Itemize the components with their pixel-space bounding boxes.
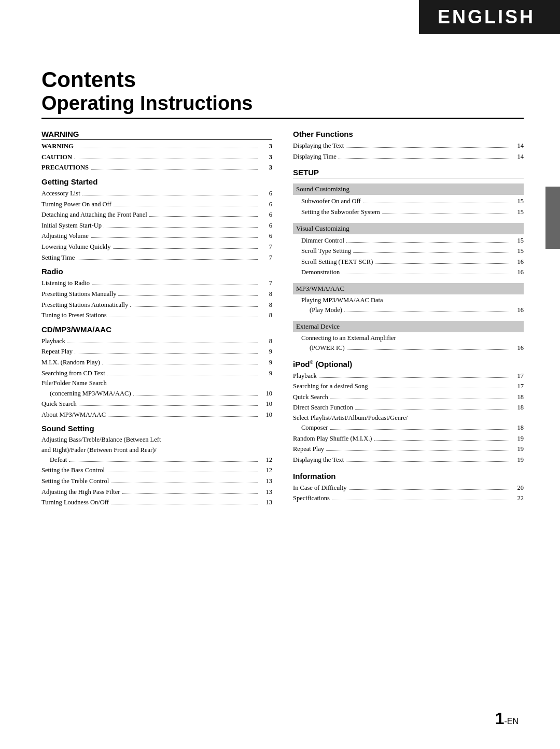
- information-header: Information: [293, 472, 524, 481]
- english-banner: ENGLISH: [419, 0, 560, 34]
- contents-title: Contents: [41, 67, 524, 92]
- toc-row: Tuning to Preset Stations 8: [41, 310, 272, 321]
- sound-customizing-header: Sound Customizing: [293, 183, 524, 195]
- getting-started-header: Getting Started: [41, 177, 272, 186]
- toc-row: Demonstration 16: [301, 267, 524, 278]
- toc-row: About MP3/WMA/AAC 10: [41, 409, 272, 420]
- toc-row: WARNING 3: [41, 141, 272, 152]
- cd-items: Playback 8 Repeat Play 9 M.I.X. (Random …: [41, 336, 272, 420]
- ipod-items: Playback 17 Searching for a desired Song…: [293, 371, 524, 465]
- toc-row: Random Play Shuffle (M.I.X.) 19: [293, 433, 524, 444]
- toc-row: Detaching and Attaching the Front Panel …: [41, 209, 272, 220]
- toc-row-multiline: Adjusting Bass/Treble/Balance (Between L…: [41, 435, 272, 465]
- toc-row: Accessory List 6: [41, 188, 272, 199]
- toc-row: Specifications 22: [293, 493, 524, 504]
- toc-row-multiline: Playing MP3/WMA/AAC Data (Play Mode) 16: [301, 295, 524, 316]
- mp3-header: MP3/WMA/AAC: [293, 283, 524, 294]
- toc-row: Turning Power On and Off 6: [41, 199, 272, 210]
- toc-row: Scroll Setting (TEXT SCR) 16: [301, 257, 524, 267]
- toc-row: Setting the Bass Control 12: [41, 465, 272, 476]
- external-device-items: Connecting to an External Amplifier (POW…: [293, 333, 524, 354]
- other-functions-items: Displaying the Text 14 Displaying Time 1…: [293, 140, 524, 162]
- toc-row: Repeat Play 9: [41, 346, 272, 357]
- setup-header: SETUP: [293, 168, 524, 178]
- toc-row: Setting Time 7: [41, 252, 272, 263]
- radio-items: Listening to Radio 7 Presetting Stations…: [41, 278, 272, 321]
- visual-customizing-items: Dimmer Control 15 Scroll Type Setting 15…: [293, 235, 524, 278]
- toc-row: Displaying the Text 19: [293, 455, 524, 465]
- toc-row: Turning Loudness On/Off 13: [41, 497, 272, 508]
- warning-items: WARNING 3 CAUTION 3 PRECAUTIONS 3: [41, 141, 272, 173]
- visual-customizing-header: Visual Customizing: [293, 223, 524, 234]
- information-items: In Case of Difficulty 20 Specifications …: [293, 483, 524, 504]
- toc-row: PRECAUTIONS 3: [41, 162, 272, 173]
- warning-header: WARNING: [41, 130, 272, 140]
- toc-row: Searching from CD Text 9: [41, 368, 272, 379]
- toc-row: Playback 17: [293, 371, 524, 381]
- toc-row: Setting the Subwoofer System 15: [301, 207, 524, 218]
- toc-row: Presetting Stations Automatically 8: [41, 300, 272, 310]
- toc-row: Adjusting Volume 6: [41, 231, 272, 242]
- toc-row: CAUTION 3: [41, 152, 272, 163]
- operating-title: Operating Instructions: [41, 92, 524, 119]
- toc-row: In Case of Difficulty 20: [293, 483, 524, 493]
- toc-row: Setting the Treble Control 13: [41, 476, 272, 487]
- toc-row: Repeat Play 19: [293, 444, 524, 455]
- toc-row: Adjusting the High Pass Filter 13: [41, 487, 272, 498]
- right-column: Other Functions Displaying the Text 14 D…: [293, 130, 524, 508]
- external-device-header: External Device: [293, 321, 524, 332]
- left-column: WARNING WARNING 3 CAUTION 3 PRECAUTIONS …: [41, 130, 272, 508]
- toc-row: Displaying the Text 14: [293, 140, 524, 151]
- toc-row: Subwoofer On and Off 15: [301, 196, 524, 207]
- mp3-items: Playing MP3/WMA/AAC Data (Play Mode) 16: [293, 295, 524, 316]
- toc-row: Lowering Volume Quickly 7: [41, 242, 272, 252]
- toc-row: Direct Search Function 18: [293, 402, 524, 413]
- getting-started-items: Accessory List 6 Turning Power On and Of…: [41, 188, 272, 263]
- toc-row: Searching for a desired Song 17: [293, 381, 524, 392]
- other-functions-header: Other Functions: [293, 130, 524, 138]
- page: ENGLISH 1-EN Contents Operating Instruct…: [0, 0, 560, 749]
- toc-row-multiline: File/Folder Name Search (concerning MP3/…: [41, 378, 272, 399]
- toc-row-multiline: Select Playlist/Artist/Album/Podcast/Gen…: [293, 413, 524, 433]
- toc-row: Quick Search 18: [293, 392, 524, 403]
- toc-row: Presetting Stations Manually 8: [41, 289, 272, 300]
- ipod-header: iPod® (Optional): [293, 360, 524, 369]
- toc-row: M.I.X. (Random Play) 9: [41, 357, 272, 368]
- toc-row: Dimmer Control 15: [301, 235, 524, 246]
- toc-row: Quick Search 10: [41, 399, 272, 409]
- page-number: 1-EN: [495, 709, 519, 728]
- sound-customizing-items: Subwoofer On and Off 15 Setting the Subw…: [293, 196, 524, 217]
- sound-setting-header: Sound Setting: [41, 424, 272, 433]
- toc-row: Listening to Radio 7: [41, 278, 272, 289]
- toc-row: Initial System Start-Up 6: [41, 220, 272, 231]
- toc-row: Playback 8: [41, 336, 272, 347]
- toc-row: Scroll Type Setting 15: [301, 246, 524, 257]
- toc-row-multiline: Connecting to an External Amplifier (POW…: [301, 333, 524, 354]
- side-tab: [545, 187, 560, 249]
- toc-row: Displaying Time 14: [293, 151, 524, 162]
- sound-setting-items: Adjusting Bass/Treble/Balance (Between L…: [41, 435, 272, 508]
- cd-header: CD/MP3/WMA/AAC: [41, 325, 272, 334]
- title-section: Contents Operating Instructions: [41, 67, 524, 119]
- toc-columns: WARNING WARNING 3 CAUTION 3 PRECAUTIONS …: [41, 130, 524, 508]
- radio-header: Radio: [41, 267, 272, 276]
